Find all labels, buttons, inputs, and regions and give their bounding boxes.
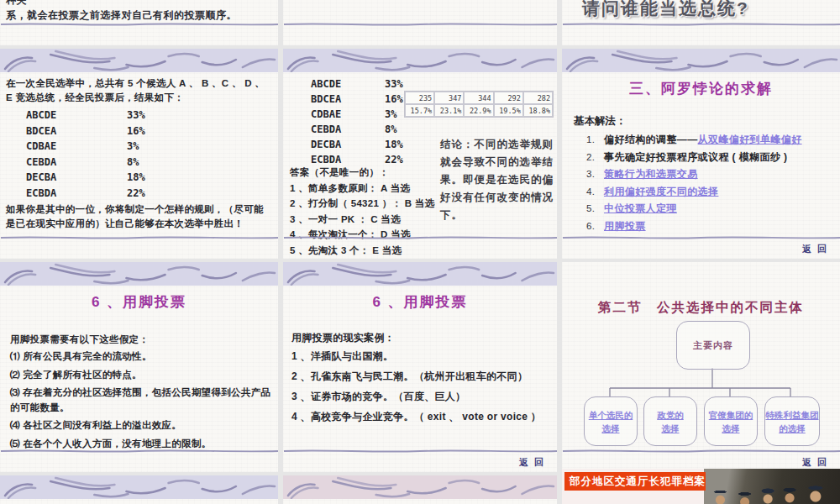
divider-line bbox=[562, 235, 840, 240]
list-item: 2 、孔雀东南飞与民工潮。（杭州开出租车的不同） bbox=[291, 370, 552, 385]
slide-next-partial[interactable] bbox=[0, 475, 278, 504]
item-number: 4. bbox=[586, 183, 595, 201]
slide-public-choice-subjects[interactable]: 第二节 公共选择中的不同主体 主要内容 单个选民的选择 政党的选择 官僚集团的选… bbox=[562, 262, 840, 472]
hyperlink-foot-voting[interactable]: 用脚投票 bbox=[604, 220, 646, 232]
percent: 33% bbox=[385, 76, 403, 92]
org-chart-box-bureaucracy[interactable]: 官僚集团的选择 bbox=[704, 396, 758, 446]
box-label-line: 特殊利益集团 bbox=[766, 410, 819, 420]
slide-president-question[interactable]: 请问谁能当选总统? bbox=[562, 0, 840, 45]
text-line: 系，就会在投票之前选择对自己有利的投票顺序。 bbox=[6, 8, 274, 23]
list-item: 6.用脚投票 bbox=[562, 218, 840, 235]
list-item: 2.事先确定好投票程序或议程 ( 模糊面纱 ) bbox=[562, 149, 840, 166]
result-row: BDCEA16% bbox=[26, 123, 272, 139]
slide-title: 6 、用脚投票 bbox=[0, 292, 278, 312]
hyperlink-preference-intensity[interactable]: 利用偏好强度不同的选择 bbox=[604, 186, 718, 197]
result-row: ABCDE33% bbox=[311, 76, 403, 92]
ranking: CDBAE bbox=[311, 107, 385, 122]
list-item: 4 、高校竞争与企业竞争。（ exit 、 vote or voice ） bbox=[291, 410, 552, 425]
result-row: DECBA18% bbox=[26, 170, 272, 186]
divider-line bbox=[0, 449, 278, 454]
result-row: CDBAE3% bbox=[311, 107, 403, 122]
result-row: CEBDA8% bbox=[26, 155, 272, 171]
wave-band-decoration bbox=[283, 262, 557, 286]
table-cell: 344 bbox=[464, 92, 493, 104]
hyperlink-bureaucracy-choice[interactable]: 官僚集团的选择 bbox=[709, 408, 753, 435]
list-item: ⑷ 各社区之间没有利益上的溢出效应。 bbox=[10, 418, 271, 433]
slide-foot-voting-assumptions[interactable]: 6 、用脚投票 用脚投票需要有以下这些假定： ⑴ 所有公民具有完全的流动性。 ⑵… bbox=[0, 262, 278, 472]
slide-election-problem[interactable]: 在一次全民选举中，总共有 5 个候选人 A 、 B 、C 、 D 、 E 竞选总… bbox=[0, 49, 278, 259]
hyperlink-strategy-vote-trading[interactable]: 策略行为和选票交易 bbox=[604, 168, 698, 180]
list-item: 3.策略行为和选票交易 bbox=[562, 165, 840, 183]
percent: 16% bbox=[127, 123, 145, 139]
percent: 33% bbox=[127, 108, 145, 123]
divider-line bbox=[562, 449, 840, 454]
org-chart-box-special-interest[interactable]: 特殊利益集团的选择 bbox=[764, 396, 820, 446]
hyperlink-special-interest-choice[interactable]: 特殊利益集团的选择 bbox=[766, 408, 819, 435]
ranking: ABCDE bbox=[26, 108, 127, 123]
table-cell: 15.7% bbox=[405, 104, 434, 117]
result-row: CDBAE3% bbox=[26, 139, 272, 155]
candidate-result-list: ABCDE33% BDCEA16% CDBAE3% CEBDA8% DECBA1… bbox=[311, 76, 403, 167]
result-row: DECBA18% bbox=[311, 137, 403, 152]
slide-foot-voting-cases[interactable]: 6 、用脚投票 用脚投票的现实案例： 1 、洋插队与出国潮。 2 、孔雀东南飞与… bbox=[283, 262, 557, 472]
solution-list: 1.偏好结构的调整——从双峰偏好到单峰偏好 2.事先确定好投票程序或议程 ( 模… bbox=[562, 131, 840, 234]
list-item: 1 、洋插队与出国潮。 bbox=[291, 349, 552, 365]
box-label-line: 选择 bbox=[602, 423, 620, 433]
percent: 18% bbox=[127, 170, 145, 186]
percent: 22% bbox=[127, 186, 145, 202]
hyperlink-median-voter[interactable]: 中位投票人定理 bbox=[604, 202, 677, 214]
result-row: CEBDA8% bbox=[311, 122, 403, 137]
table-cell: 235 bbox=[405, 92, 434, 104]
box-label-line: 的选择 bbox=[779, 423, 806, 433]
list-item: ⑶ 存在着充分的社区选择范围，包括公民期望得到公共产品的可能数量。 bbox=[10, 386, 271, 415]
police-photo bbox=[704, 469, 840, 504]
slide-title: 三、阿罗悖论的求解 bbox=[562, 79, 840, 98]
back-button[interactable]: 返 回 bbox=[802, 243, 828, 255]
slide-title: 6 、用脚投票 bbox=[283, 292, 557, 312]
wave-band-decoration bbox=[283, 49, 557, 72]
section-title: 第二节 公共选择中的不同主体 bbox=[562, 299, 840, 317]
slide-arrow-paradox-solutions[interactable]: 三、阿罗悖论的求解 基本解法： 1.偏好结构的调整——从双峰偏好到单峰偏好 2.… bbox=[562, 49, 840, 259]
ranking: BDCEA bbox=[26, 123, 127, 139]
case-list: 1 、洋插队与出国潮。 2 、孔雀东南飞与民工潮。（杭州开出租车的不同） 3 、… bbox=[291, 349, 552, 430]
divider-line bbox=[562, 22, 840, 27]
ranking: ECBDA bbox=[26, 186, 127, 202]
percent: 8% bbox=[385, 122, 396, 137]
slide-crime-archive[interactable]: 部分地区交通厅长犯罪档案 bbox=[562, 469, 840, 504]
table-cell: 292 bbox=[494, 92, 523, 104]
ranking: CDBAE bbox=[26, 139, 127, 155]
percent: 3% bbox=[127, 139, 139, 155]
wave-band-decoration bbox=[0, 475, 278, 499]
subtitle: 基本解法： bbox=[574, 114, 627, 129]
divider-line bbox=[0, 22, 278, 27]
ranking: CEBDA bbox=[311, 122, 385, 137]
org-chart-root-box: 主要内容 bbox=[676, 321, 750, 370]
back-button[interactable]: 返 回 bbox=[802, 456, 828, 469]
result-row: ECBDA22% bbox=[26, 186, 272, 202]
result-row: ABCDE33% bbox=[26, 108, 272, 123]
slide-blank-footer[interactable] bbox=[283, 0, 557, 45]
conclusion-text: 结论：不同的选举规则就会导致不同的选举结果。即便是在选民的偏好没有任何改变的情况… bbox=[440, 136, 556, 224]
hyperlink-voter-choice[interactable]: 单个选民的选择 bbox=[589, 408, 633, 435]
back-button[interactable]: 返 回 bbox=[519, 456, 545, 469]
slide-sorter-board: 顺序会导致不利的集体选择结果，如果当事人事先知道这种关 系，就会在投票之前选择对… bbox=[0, 0, 840, 504]
ranking: ABCDE bbox=[311, 76, 385, 92]
answer-item: 5 、先淘汰 3 个： E 当选 bbox=[290, 243, 470, 259]
item-text: 事先确定好投票程序或议程 ( 模糊面纱 ) bbox=[604, 151, 787, 163]
wave-band-decoration bbox=[0, 49, 278, 72]
list-item: 5.中位投票人定理 bbox=[562, 200, 840, 218]
org-chart-box-individual-voter[interactable]: 单个选民的选择 bbox=[584, 396, 638, 446]
hyperlink-party-choice[interactable]: 政党的选择 bbox=[657, 408, 684, 435]
ranking: CEBDA bbox=[26, 155, 127, 171]
slide-election-answers[interactable]: ABCDE33% BDCEA16% CDBAE3% CEBDA8% DECBA1… bbox=[283, 49, 557, 259]
intro-text: 用脚投票需要有以下这些假定： bbox=[10, 333, 271, 347]
org-chart-box-party[interactable]: 政党的选择 bbox=[643, 396, 697, 446]
percent: 3% bbox=[385, 107, 396, 122]
hyperlink-single-peak[interactable]: 从双峰偏好到单峰偏好 bbox=[698, 134, 802, 145]
table-cell: 22.9% bbox=[464, 104, 493, 117]
slide-voting-order[interactable]: 顺序会导致不利的集体选择结果，如果当事人事先知道这种关 系，就会在投票之前选择对… bbox=[0, 0, 278, 45]
slide-next-partial[interactable] bbox=[283, 475, 557, 504]
result-row: BDCEA16% bbox=[311, 92, 403, 107]
vote-count-table: 235 347 344 292 282 15.7% 23.1% 22.9% 19… bbox=[404, 91, 554, 118]
box-label-line: 政党的 bbox=[657, 410, 684, 420]
